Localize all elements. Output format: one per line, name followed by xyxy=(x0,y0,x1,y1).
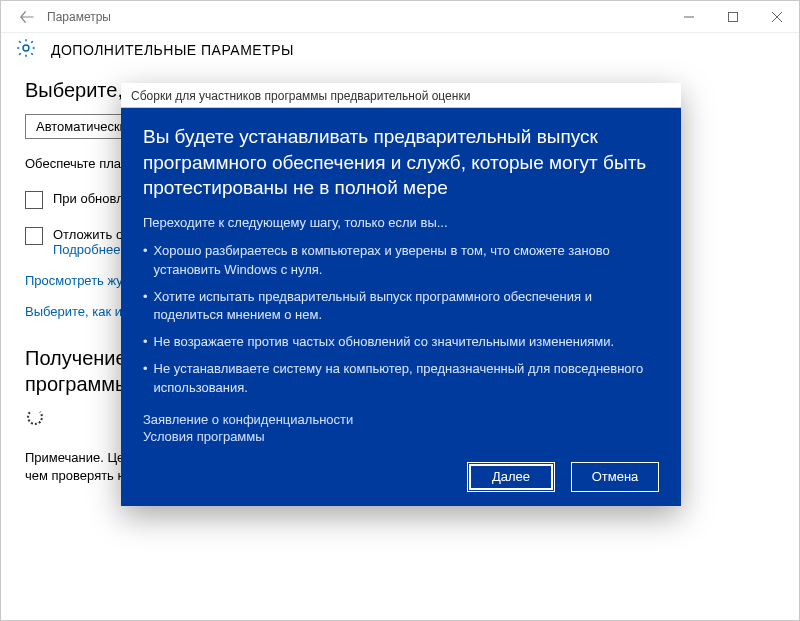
dialog-bullet: Не возражаете против частых обновлений с… xyxy=(143,333,659,352)
window-controls xyxy=(667,1,799,33)
svg-point-1 xyxy=(23,45,29,51)
dialog-lead: Переходите к следующему шагу, только есл… xyxy=(143,215,659,230)
checkbox-box[interactable] xyxy=(25,191,43,209)
cancel-button[interactable]: Отмена xyxy=(571,462,659,492)
gear-icon xyxy=(15,37,37,63)
next-button[interactable]: Далее xyxy=(467,462,555,492)
maximize-icon[interactable] xyxy=(711,1,755,33)
dropdown-value: Автоматически xyxy=(36,119,127,134)
dialog-bullet-list: Хорошо разбираетесь в компьютерах и увер… xyxy=(143,242,659,398)
dialog-links: Заявление о конфиденциальности Условия п… xyxy=(143,412,659,444)
privacy-link[interactable]: Заявление о конфиденциальности xyxy=(143,412,659,427)
dialog-bullet: Хотите испытать предварительный выпуск п… xyxy=(143,288,659,326)
page-header: ДОПОЛНИТЕЛЬНЫЕ ПАРАМЕТРЫ xyxy=(1,33,799,73)
dialog-body: Вы будете устанавливать предварительный … xyxy=(121,108,681,506)
close-icon[interactable] xyxy=(755,1,799,33)
dialog-actions: Далее Отмена xyxy=(143,462,659,492)
settings-window: Параметры ДОПОЛНИТЕЛЬНЫЕ ПАРАМЕТРЫ Выбер… xyxy=(0,0,800,621)
terms-link[interactable]: Условия программы xyxy=(143,429,659,444)
app-title: Параметры xyxy=(47,10,111,24)
svg-rect-0 xyxy=(729,12,738,21)
dialog-caption: Сборки для участников программы предвари… xyxy=(121,83,681,108)
titlebar: Параметры xyxy=(1,1,799,33)
checkbox-box[interactable] xyxy=(25,227,43,245)
page-title: ДОПОЛНИТЕЛЬНЫЕ ПАРАМЕТРЫ xyxy=(51,42,294,58)
insider-consent-dialog: Сборки для участников программы предвари… xyxy=(121,83,681,506)
checkbox-label: Отложить об xyxy=(53,227,131,242)
dialog-heading: Вы будете устанавливать предварительный … xyxy=(143,124,659,201)
dialog-bullet: Не устанавливаете систему на компьютер, … xyxy=(143,360,659,398)
dialog-bullet: Хорошо разбираетесь в компьютерах и увер… xyxy=(143,242,659,280)
back-icon[interactable] xyxy=(9,1,45,33)
minimize-icon[interactable] xyxy=(667,1,711,33)
more-link[interactable]: Подробнее xyxy=(53,242,120,257)
loading-spinner-icon xyxy=(27,409,43,425)
